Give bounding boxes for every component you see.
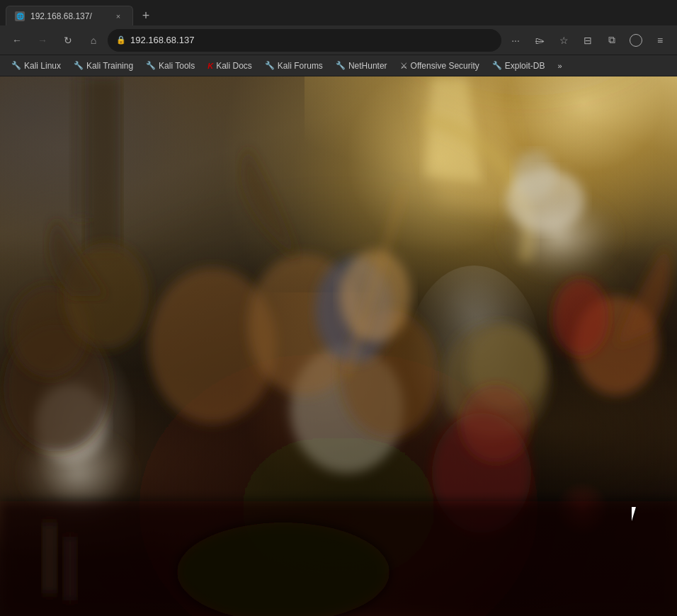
bookmark-button[interactable]: ☆ [552, 29, 575, 52]
tab-favicon: 🌐 [15, 11, 25, 21]
active-tab[interactable]: 🌐 192.168.68.137/ × [6, 6, 133, 25]
pocket-button[interactable]: ⌲ [528, 29, 551, 52]
bookmark-kali-training-label: Kali Training [86, 61, 133, 71]
bookmark-offensive-security[interactable]: ⚔ Offensive Security [394, 59, 485, 73]
bookmark-kali-docs-label: Kali Docs [216, 61, 252, 71]
hamburger-icon: ≡ [657, 35, 663, 46]
library-button[interactable]: ⊟ [576, 29, 599, 52]
bookmark-kali-linux[interactable]: 🔧 Kali Linux [6, 59, 67, 73]
back-icon: ← [12, 35, 22, 46]
bookmark-kali-tools[interactable]: 🔧 Kali Tools [140, 59, 200, 73]
account-icon [630, 34, 642, 47]
kali-docs-icon: K [207, 62, 213, 70]
forward-icon: → [38, 35, 47, 46]
tab-close-button[interactable]: × [113, 11, 124, 22]
bookmark-nethunter-label: NetHunter [348, 61, 387, 71]
white-horse-left [34, 346, 135, 508]
exploit-db-icon: 🔧 [492, 61, 502, 70]
split-icon: ⧉ [608, 34, 615, 46]
bookmark-kali-docs[interactable]: K Kali Docs [202, 59, 258, 73]
nethunter-icon: 🔧 [336, 61, 346, 70]
bookmark-kali-forums-label: Kali Forums [278, 61, 323, 71]
figure-warm-highlight [237, 292, 406, 508]
kali-training-icon: 🔧 [74, 61, 84, 70]
bookmark-offensive-security-label: Offensive Security [411, 61, 479, 71]
bookmark-kali-forums[interactable]: 🔧 Kali Forums [259, 59, 329, 73]
split-view-button[interactable]: ⧉ [601, 29, 623, 52]
back-button[interactable]: ← [6, 29, 28, 52]
bookmark-exploit-db[interactable]: 🔧 Exploit-DB [487, 59, 551, 73]
star-icon: ☆ [559, 35, 569, 46]
forward-button[interactable]: → [31, 29, 54, 52]
menu-button[interactable]: ≡ [649, 29, 671, 52]
tab-bar: 🌐 192.168.68.137/ × + [0, 0, 677, 25]
home-icon: ⌂ [91, 35, 96, 46]
bookmark-nethunter[interactable]: 🔧 NetHunter [330, 59, 393, 73]
bookmark-exploit-db-label: Exploit-DB [505, 61, 545, 71]
bookmark-more[interactable]: » [552, 59, 567, 72]
bookmark-kali-training[interactable]: 🔧 Kali Training [68, 59, 139, 73]
browser-chrome: 🌐 192.168.68.137/ × + ← → ↻ ⌂ 🔒 ··· [0, 0, 677, 76]
more-bookmarks-icon: » [557, 62, 562, 70]
home-button[interactable]: ⌂ [82, 29, 105, 52]
page-content [0, 76, 677, 616]
red-accent [555, 481, 609, 535]
account-button[interactable] [625, 29, 647, 52]
pocket-icon: ⌲ [535, 35, 545, 46]
refresh-icon: ↻ [64, 35, 72, 46]
navigation-bar: ← → ↻ ⌂ 🔒 ··· ⌲ ☆ ⊟ [0, 25, 677, 55]
kali-linux-icon: 🔧 [11, 61, 21, 70]
nav-right-buttons: ··· ⌲ ☆ ⊟ ⧉ ≡ [504, 29, 671, 52]
more-tools-icon: ··· [511, 35, 520, 46]
refresh-button[interactable]: ↻ [57, 29, 79, 52]
armor-glint [386, 292, 508, 455]
address-bar-container[interactable]: 🔒 [108, 29, 501, 52]
kali-forums-icon: 🔧 [265, 61, 275, 70]
painting-background [0, 76, 677, 616]
library-icon: ⊟ [584, 35, 592, 46]
tab-title: 192.168.68.137/ [30, 11, 107, 21]
new-tab-button[interactable]: + [136, 6, 156, 25]
kali-tools-icon: 🔧 [146, 61, 156, 70]
address-input[interactable] [130, 35, 493, 45]
bookmarks-bar: 🔧 Kali Linux 🔧 Kali Training 🔧 Kali Tool… [0, 55, 677, 76]
lock-icon: 🔒 [116, 35, 126, 45]
bookmark-kali-tools-label: Kali Tools [159, 61, 195, 71]
more-tools-button[interactable]: ··· [504, 29, 527, 52]
offensive-security-icon: ⚔ [400, 61, 408, 71]
bookmark-kali-linux-label: Kali Linux [24, 61, 61, 71]
